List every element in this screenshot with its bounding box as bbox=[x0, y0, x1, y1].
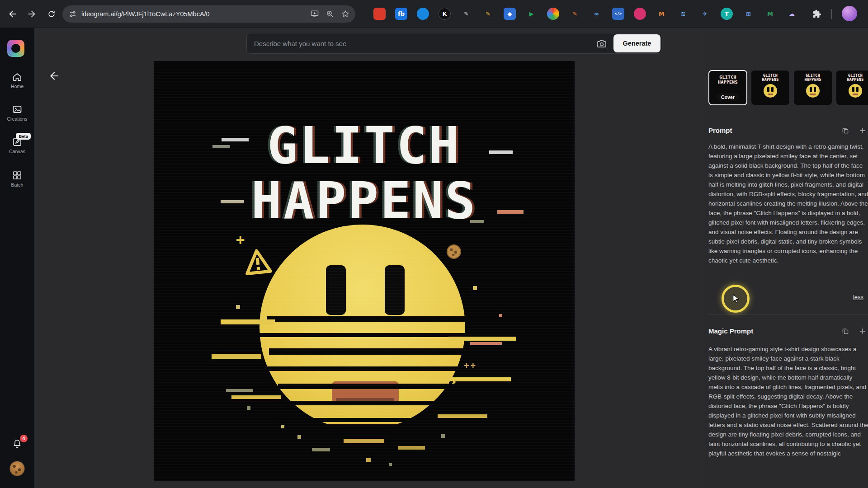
image-upload-button[interactable] bbox=[596, 38, 608, 49]
thumbnail-4[interactable]: GLITCH HAPPENS bbox=[836, 70, 868, 105]
thumbnail-title: GLITCH HAPPENS bbox=[800, 74, 826, 82]
sidebar-item-label: Creations bbox=[0, 116, 34, 122]
batch-icon bbox=[12, 170, 23, 181]
ext-monkey[interactable]: M bbox=[656, 8, 668, 20]
thumbnail-3[interactable]: GLITCH HAPPENS bbox=[793, 70, 832, 105]
back-arrow-icon bbox=[48, 70, 60, 82]
ext-facebook[interactable]: fb bbox=[395, 8, 407, 20]
less-link[interactable]: less bbox=[853, 294, 863, 300]
install-app-icon[interactable] bbox=[310, 9, 319, 19]
ext-red[interactable] bbox=[373, 8, 386, 20]
ideogram-logo[interactable] bbox=[7, 40, 24, 57]
plus-icon bbox=[859, 327, 867, 335]
ext-shield[interactable]: ◆ bbox=[504, 8, 516, 20]
glitch-fragment bbox=[281, 425, 284, 428]
url-bar[interactable]: ideogram.ai/g/PlWJFj1lToCwLazY05MbcA/0 bbox=[62, 5, 355, 23]
thumbnail-title: GLITCH HAPPENS bbox=[715, 75, 741, 84]
sidebar-item-canvas[interactable]: Beta Canvas bbox=[0, 136, 34, 154]
toolbar-separator bbox=[831, 9, 832, 19]
glitch-fragment bbox=[212, 354, 261, 359]
back-button[interactable] bbox=[45, 67, 63, 85]
prompt-input[interactable] bbox=[247, 40, 596, 47]
beta-badge: Beta bbox=[16, 133, 31, 140]
home-icon bbox=[12, 71, 23, 82]
prompt-section-title: Prompt bbox=[708, 127, 732, 134]
glitch-fragment bbox=[473, 286, 477, 290]
ext-code[interactable]: </> bbox=[612, 8, 624, 20]
browser-back-button[interactable] bbox=[5, 6, 21, 22]
reload-icon bbox=[47, 9, 56, 19]
sidebar-item-batch[interactable]: Batch bbox=[0, 170, 34, 188]
browser-toolbar: ideogram.ai/g/PlWJFj1lToCwLazY05MbcA/0 f… bbox=[0, 0, 868, 28]
extensions-row: fbK✎✎◆▶✎∞</>M≋✈T⊞M☁ bbox=[373, 8, 798, 20]
ext-waves[interactable]: ≋ bbox=[677, 8, 689, 20]
ext-k-circle[interactable]: K bbox=[439, 8, 451, 20]
browser-reload-button[interactable] bbox=[43, 6, 60, 22]
cookie-icon bbox=[447, 244, 461, 259]
ext-pencil[interactable]: ✎ bbox=[460, 8, 472, 20]
generate-button[interactable]: Generate bbox=[613, 34, 660, 52]
glitch-fragment bbox=[438, 414, 487, 418]
notification-badge: 4 bbox=[20, 435, 28, 442]
site-settings-icon[interactable] bbox=[69, 10, 77, 18]
glitch-fragment bbox=[398, 446, 425, 450]
details-panel: GLITCH HAPPENS Cover GLITCH HAPPENS GLIT… bbox=[702, 28, 868, 488]
thumbnail-title: GLITCH HAPPENS bbox=[842, 74, 868, 82]
artwork-title-line1: GLITCH bbox=[154, 116, 575, 175]
ext-blue-dot[interactable] bbox=[417, 8, 429, 20]
prompt-add-button[interactable] bbox=[859, 125, 868, 136]
mini-smiley bbox=[764, 84, 777, 98]
ext-pen-yellow[interactable]: ✎ bbox=[482, 8, 494, 20]
ext-t-circle[interactable]: T bbox=[721, 8, 733, 20]
ext-bird[interactable]: ✈ bbox=[699, 8, 711, 20]
glitch-fragment bbox=[499, 314, 502, 317]
thumbnail-2[interactable]: GLITCH HAPPENS bbox=[751, 70, 790, 105]
puzzle-icon bbox=[811, 9, 822, 19]
glitch-fragment bbox=[450, 377, 511, 381]
section-divider bbox=[708, 314, 868, 315]
mini-smiley bbox=[806, 84, 820, 98]
magic-prompt-add-button[interactable] bbox=[859, 326, 868, 337]
artwork-title-line2: HAPPENS bbox=[154, 171, 575, 230]
user-avatar[interactable] bbox=[9, 461, 25, 476]
cover-badge: Cover bbox=[716, 93, 740, 101]
ext-play[interactable]: ▶ bbox=[525, 8, 538, 20]
sidebar-item-label: Canvas bbox=[0, 149, 34, 154]
bookmark-star-icon[interactable] bbox=[341, 9, 350, 19]
back-arrow-icon bbox=[8, 9, 18, 19]
plus-icon bbox=[859, 127, 867, 135]
glitch-fragment bbox=[231, 395, 281, 399]
thumbnail-cover[interactable]: GLITCH HAPPENS Cover bbox=[708, 70, 747, 105]
mini-smiley bbox=[849, 84, 862, 98]
prompt-text: A bold, minimalist T-shirt design with a… bbox=[708, 142, 868, 265]
ext-pink-dot[interactable] bbox=[634, 8, 646, 20]
magic-prompt-section-title: Magic Prompt bbox=[708, 327, 753, 335]
ext-pen-orange[interactable]: ✎ bbox=[569, 8, 581, 20]
glitch-fragment bbox=[247, 406, 250, 410]
extensions-menu-button[interactable] bbox=[811, 8, 824, 20]
ext-color-wheel[interactable] bbox=[547, 8, 559, 20]
ext-m-green[interactable]: M bbox=[764, 8, 776, 20]
ext-grid[interactable]: ⊞ bbox=[742, 8, 755, 20]
sidebar-item-home[interactable]: Home bbox=[0, 71, 34, 89]
sidebar-item-label: Home bbox=[0, 84, 34, 89]
browser-forward-button[interactable] bbox=[24, 6, 40, 22]
notifications-button[interactable]: 4 bbox=[0, 438, 34, 449]
ext-link[interactable]: ∞ bbox=[590, 8, 603, 20]
glitch-fragment bbox=[226, 389, 253, 392]
generated-image[interactable]: GLITCH HAPPENS + ++ bbox=[154, 61, 575, 481]
glitch-fragment bbox=[470, 342, 502, 345]
copy-icon bbox=[841, 127, 849, 135]
url-text: ideogram.ai/g/PlWJFj1lToCwLazY05MbcA/0 bbox=[81, 10, 310, 18]
magic-prompt-copy-button[interactable] bbox=[841, 326, 852, 337]
magic-prompt-text: A vibrant retro-gaming style t-shirt des… bbox=[708, 344, 868, 458]
prompt-copy-button[interactable] bbox=[841, 125, 852, 136]
browser-profile-avatar[interactable] bbox=[842, 6, 857, 21]
ext-cloud[interactable]: ☁ bbox=[786, 8, 798, 20]
sidebar-item-creations[interactable]: Creations bbox=[0, 104, 34, 122]
zoom-icon[interactable] bbox=[326, 9, 335, 19]
plus-mark: + bbox=[236, 231, 245, 248]
glitch-fragment bbox=[344, 439, 384, 443]
thumbnail-title: GLITCH HAPPENS bbox=[757, 74, 783, 82]
copy-icon bbox=[841, 327, 849, 335]
